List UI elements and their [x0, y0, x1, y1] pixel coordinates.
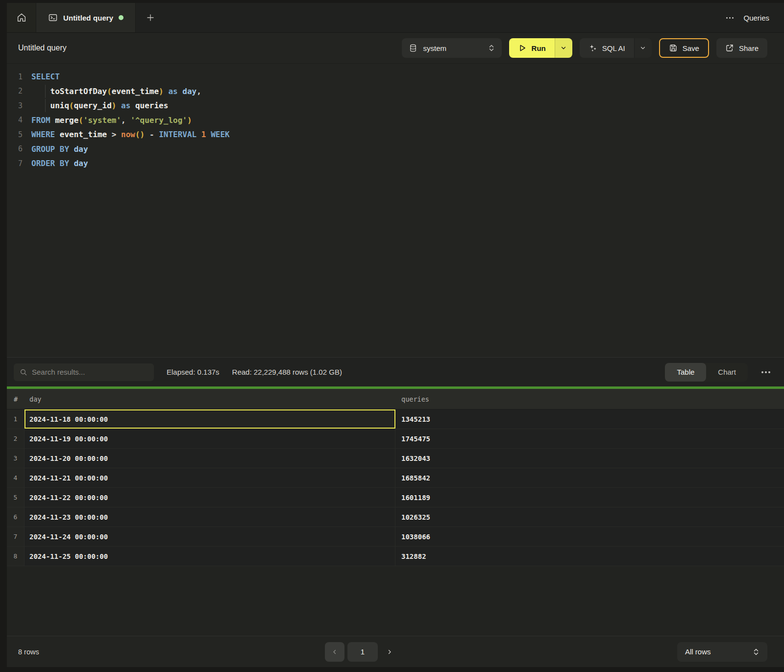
code-line[interactable]: 1 SELECT: [7, 70, 784, 84]
results-more-icon[interactable]: [761, 371, 770, 373]
page-size-select[interactable]: All rows: [677, 642, 767, 662]
row-index-cell: 7: [7, 527, 24, 546]
tab-untitled-query[interactable]: Untitled query: [36, 3, 136, 32]
home-button[interactable]: [7, 3, 36, 32]
queries-cell[interactable]: 1685842: [395, 468, 784, 487]
database-select-value: system: [423, 44, 447, 52]
database-icon: [409, 44, 417, 52]
current-page-button[interactable]: 1: [347, 642, 378, 662]
row-index-cell: 5: [7, 488, 24, 507]
row-index-cell: 4: [7, 468, 24, 487]
chevron-down-icon: [560, 45, 567, 51]
code-line[interactable]: 2 toStartOfDay(event_time) as day,: [7, 84, 784, 99]
line-number: 1: [7, 72, 23, 81]
line-number: 6: [7, 144, 23, 153]
results-table: # day queries 1 2024-11-18 00:00:00 1345…: [7, 389, 784, 566]
table-row: 3 2024-11-20 00:00:00 1632043: [7, 449, 784, 468]
table-row: 2 2024-11-19 00:00:00 1745475: [7, 429, 784, 449]
plus-icon: [146, 13, 155, 22]
sql-ai-button[interactable]: SQL AI: [580, 38, 634, 58]
database-select[interactable]: system: [402, 38, 502, 58]
code-text: FROM merge('system', '^query_log'): [31, 116, 192, 125]
day-cell[interactable]: 2024-11-18 00:00:00: [24, 409, 395, 429]
code-text: toStartOfDay(event_time) as day,: [31, 87, 201, 96]
unfold-icon: [488, 44, 495, 52]
chevron-right-icon: [386, 648, 393, 655]
day-cell[interactable]: 2024-11-25 00:00:00: [24, 547, 395, 566]
sql-ai-button-group: SQL AI: [580, 38, 652, 58]
queries-cell[interactable]: 1345213: [395, 409, 784, 429]
day-cell[interactable]: 2024-11-22 00:00:00: [24, 488, 395, 507]
line-number: 3: [7, 101, 23, 110]
code-line[interactable]: 7 ORDER BY day: [7, 156, 784, 171]
queries-link[interactable]: Queries: [743, 14, 769, 22]
code-text: WHERE event_time > now() - INTERVAL 1 WE…: [31, 130, 230, 139]
queries-cell[interactable]: 1632043: [395, 449, 784, 468]
row-index-cell: 3: [7, 449, 24, 468]
sql-editor[interactable]: 1 SELECT 2 toStartOfDay(event_time) as d…: [7, 64, 784, 357]
line-number: 4: [7, 116, 23, 124]
code-line[interactable]: 5 WHERE event_time > now() - INTERVAL 1 …: [7, 127, 784, 142]
code-line[interactable]: 3 uniq(query_id) as queries: [7, 98, 784, 113]
play-icon: [518, 44, 527, 52]
column-header-day[interactable]: day: [24, 389, 395, 409]
page-size-value: All rows: [685, 648, 711, 656]
tab-table-view[interactable]: Table: [665, 363, 706, 382]
unsaved-dot: [119, 15, 123, 20]
day-cell[interactable]: 2024-11-24 00:00:00: [24, 527, 395, 546]
view-switcher: Table Chart: [665, 363, 748, 382]
elapsed-time: Elapsed: 0.137s: [167, 368, 220, 376]
sql-console: Untitled query Queries Untitled query: [7, 3, 784, 667]
save-button[interactable]: Save: [659, 38, 709, 58]
line-number: 5: [7, 130, 23, 139]
new-tab-button[interactable]: [136, 3, 165, 32]
day-cell[interactable]: 2024-11-19 00:00:00: [24, 429, 395, 448]
table-row: 4 2024-11-21 00:00:00 1685842: [7, 468, 784, 488]
queries-cell[interactable]: 1601189: [395, 488, 784, 507]
next-page-button[interactable]: [381, 642, 398, 662]
table-body: 1 2024-11-18 00:00:00 1345213 2 2024-11-…: [7, 409, 784, 566]
column-header-queries[interactable]: queries: [395, 389, 784, 409]
sparkles-icon: [588, 44, 597, 52]
run-button[interactable]: Run: [509, 38, 555, 58]
search-icon: [20, 368, 27, 376]
table-header-row: # day queries: [7, 389, 784, 409]
table-row: 6 2024-11-23 00:00:00 1026325: [7, 507, 784, 527]
row-index-cell: 8: [7, 547, 24, 566]
read-stats: Read: 22,229,488 rows (1.02 GB): [232, 368, 342, 376]
table-row: 5 2024-11-22 00:00:00 1601189: [7, 488, 784, 507]
sql-ai-options-button[interactable]: [634, 38, 652, 58]
code-text: uniq(query_id) as queries: [31, 101, 168, 110]
more-options-icon[interactable]: [726, 17, 734, 19]
results-toolbar: Elapsed: 0.137s Read: 22,229,488 rows (1…: [7, 357, 784, 386]
day-cell[interactable]: 2024-11-23 00:00:00: [24, 507, 395, 527]
share-button[interactable]: Share: [716, 38, 767, 58]
unfold-icon: [753, 648, 760, 656]
save-button-label: Save: [683, 44, 699, 52]
column-header-index[interactable]: #: [7, 389, 24, 409]
queries-cell[interactable]: 1745475: [395, 429, 784, 448]
run-options-button[interactable]: [555, 38, 572, 58]
queries-cell[interactable]: 312882: [395, 547, 784, 566]
day-cell[interactable]: 2024-11-20 00:00:00: [24, 449, 395, 468]
code-line[interactable]: 4 FROM merge('system', '^query_log'): [7, 113, 784, 128]
row-index-cell: 1: [7, 409, 24, 429]
code-text: SELECT: [31, 72, 60, 81]
queries-cell[interactable]: 1026325: [395, 507, 784, 527]
table-row: 8 2024-11-25 00:00:00 312882: [7, 547, 784, 566]
terminal-icon: [48, 13, 58, 23]
line-number: 2: [7, 87, 23, 96]
query-header: Untitled query system: [7, 33, 784, 64]
external-link-icon: [725, 44, 734, 52]
code-text: ORDER BY day: [31, 159, 88, 168]
code-text: GROUP BY day: [31, 144, 88, 154]
line-number: 7: [7, 159, 23, 168]
run-button-group: Run: [509, 38, 572, 58]
table-row: 1 2024-11-18 00:00:00 1345213: [7, 409, 784, 429]
code-line[interactable]: 6 GROUP BY day: [7, 142, 784, 157]
search-results-input[interactable]: [32, 368, 148, 376]
day-cell[interactable]: 2024-11-21 00:00:00: [24, 468, 395, 487]
tab-chart-view[interactable]: Chart: [706, 363, 748, 382]
queries-cell[interactable]: 1038066: [395, 527, 784, 546]
previous-page-button[interactable]: [325, 642, 344, 662]
